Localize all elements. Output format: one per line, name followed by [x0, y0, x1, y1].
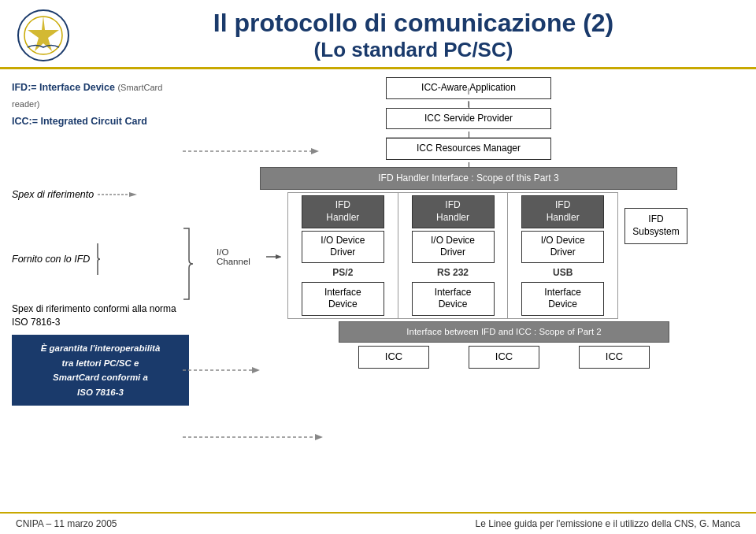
interface-scope-box: Interface between IFD and ICC : Scope of… — [339, 321, 669, 343]
interface-device-1: InterfaceDevice — [302, 282, 384, 316]
icc-box-1: ICC — [358, 346, 429, 369]
connector-line-2 — [469, 132, 469, 138]
icc-box-3: ICC — [579, 346, 650, 369]
spex-arrow-icon — [98, 190, 137, 199]
interface-scope-wrapper: Interface between IFD and ICC : Scope of… — [339, 319, 669, 372]
interface-device-3: InterfaceDevice — [521, 282, 604, 316]
io-channel-arrow-icon — [266, 252, 281, 261]
footer-left: CNIPA – 11 marzo 2005 — [16, 518, 117, 529]
icc-service-box: ICC Service Provider — [386, 108, 551, 130]
footer: CNIPA – 11 marzo 2005 Le Linee guida per… — [0, 512, 756, 534]
header: Il protocollo di comunicazione (2) (Lo s… — [0, 0, 756, 69]
brace-icon — [94, 239, 117, 279]
ifd-handler-2: IFDHandler — [412, 195, 495, 228]
footer-right: Le Linee guida per l'emissione e il util… — [476, 518, 740, 529]
ifd-definition: IFD:= Interface Device (SmartCard reader… — [12, 80, 189, 130]
ps2-label: PS/2 — [332, 267, 353, 278]
rs232-label: RS 232 — [437, 267, 469, 278]
svg-marker-6 — [276, 254, 281, 259]
header-title: Il protocollo di comunicazione (2) (Lo s… — [87, 9, 740, 62]
io-driver-2: I/O DeviceDriver — [412, 231, 495, 263]
icc-box-2: ICC — [469, 346, 539, 369]
io-channel-container: I/O Channel — [217, 247, 287, 266]
col-1: IFDHandler I/O DeviceDriver PS/2 Interfa… — [288, 193, 398, 318]
col-3: IFDHandler I/O DeviceDriver USB Interfac… — [508, 193, 617, 318]
icc-resources-box: ICC Resources Manager — [386, 138, 551, 160]
col-2: IFDHandler I/O DeviceDriver RS 232 Inter… — [398, 193, 509, 318]
connector-line-1 — [469, 102, 469, 108]
diagram-area: ICC-Aware Application ICC Service Provid… — [193, 76, 744, 534]
ifd-def-text: IFD:= Interface Device (SmartCard reader… — [12, 82, 162, 109]
spex-ref-container: Spex di riferimento — [12, 189, 189, 200]
spex-conformi-container: Spex di riferimento conformi alla norma … — [12, 302, 189, 329]
interface-device-2: InterfaceDevice — [412, 282, 495, 316]
icc-row: ICC ICC ICC — [339, 343, 669, 372]
title-line1: Il protocollo di comunicazione (2) — [87, 9, 740, 38]
usb-label: USB — [553, 267, 573, 278]
logo-icon — [16, 8, 71, 63]
fornito-label: Fornito con lo IFD — [12, 254, 90, 265]
fornito-label-container: Fornito con lo IFD — [12, 239, 189, 279]
icc-aware-box: ICC-Aware Application — [386, 77, 551, 99]
spex-ref-label: Spex di riferimento — [12, 189, 94, 200]
io-channel-label: I/O Channel — [217, 247, 263, 266]
page-wrapper: Il protocollo di comunicazione (2) (Lo s… — [0, 0, 756, 534]
svg-marker-4 — [129, 192, 137, 197]
ifd-subsystem-box: IFDSubsystem — [624, 208, 687, 243]
ifd-handler-1: IFDHandler — [302, 195, 384, 228]
ifd-handler-interface-box: IFD Handler Interface : Scope of this Pa… — [260, 167, 677, 191]
garanzia-box: È garantita l'interoperabilitàtra lettor… — [12, 335, 189, 406]
ifd-subsystem-container: IFDSubsystem — [624, 208, 687, 243]
spex-conformi-label: Spex di riferimento conformi alla norma … — [12, 302, 189, 329]
garanzia-text: È garantita l'interoperabilitàtra lettor… — [41, 343, 161, 396]
io-driver-1: I/O DeviceDriver — [302, 231, 384, 263]
ifd-handler-3: IFDHandler — [521, 195, 604, 228]
three-col-wrapper: IFDHandler I/O DeviceDriver PS/2 Interfa… — [287, 192, 618, 319]
io-driver-3: I/O DeviceDriver — [521, 231, 604, 263]
title-line2: (Lo standard PC/SC) — [87, 38, 740, 62]
icc-def-text: ICC:= Integrated Circuit Card — [12, 116, 147, 127]
left-panel: IFD:= Interface Device (SmartCard reader… — [12, 76, 193, 534]
